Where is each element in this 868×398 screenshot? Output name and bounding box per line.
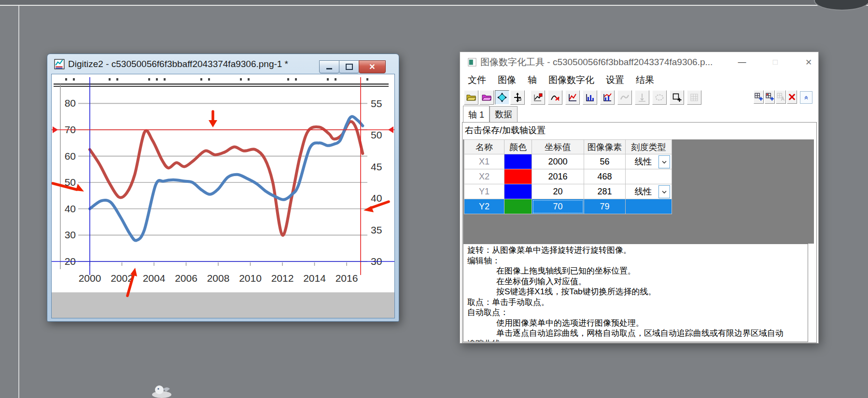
delete-curve-point-button[interactable] [548, 90, 562, 105]
add-grid-button[interactable] [754, 90, 764, 104]
svg-text:2012: 2012 [271, 273, 294, 284]
minimize-button[interactable] [319, 60, 339, 73]
menu-item-5[interactable]: 设置 [601, 73, 629, 87]
axis-coord-cell[interactable]: 20 [532, 184, 584, 199]
y2-line-right-handle[interactable] [388, 126, 393, 133]
table-header-1: 颜色 [504, 140, 532, 154]
table-header-0: 名称 [464, 140, 504, 154]
axis-name-cell[interactable]: Y2 [464, 199, 504, 214]
grid-plus2-icon [765, 92, 774, 102]
open-project-button[interactable] [479, 90, 494, 105]
digitizer-tool-window[interactable]: 图像数字化工具 - c53050056f6f3bbaff2043374fa930… [460, 52, 819, 343]
axis-color-swatch[interactable] [504, 154, 532, 169]
image-canvas[interactable]: 80706050403020 555045403530 200020022004… [51, 74, 395, 318]
lasso-gray-icon [655, 93, 664, 102]
maximize-icon [346, 64, 353, 70]
tab-bar: 轴 1数据 [463, 108, 518, 122]
pan-zoom-tool-button[interactable] [495, 90, 509, 105]
axis-pixel-cell[interactable]: 281 [584, 184, 626, 199]
blue-data-curve[interactable] [90, 117, 363, 241]
help-line-4: 在坐标值列输入对应值。 [466, 276, 808, 287]
y2-line-left-handle[interactable] [53, 126, 58, 133]
axis-color-swatch[interactable] [504, 169, 532, 184]
digitize2-image-window[interactable]: Digitize2 - c53050056f6f3bbaff2043374fa9… [47, 54, 399, 322]
menu-item-2[interactable]: 图像 [493, 73, 521, 87]
grid-points-button[interactable] [687, 90, 701, 105]
svg-text:40: 40 [371, 192, 382, 204]
move-axes-tool-button[interactable] [510, 90, 525, 105]
tab-axis-1[interactable]: 轴 1 [463, 106, 490, 123]
axis-pixel-cell[interactable]: 468 [584, 169, 626, 184]
axis-scale-cell[interactable] [626, 169, 672, 184]
table-row-Y2[interactable]: Y27079 [464, 199, 672, 214]
menu-item-3[interactable]: 轴 [523, 73, 542, 87]
axis-name-cell[interactable]: Y1 [464, 184, 504, 199]
grid-plus-icon [754, 92, 763, 102]
tool-window-titlebar[interactable]: 图像数字化工具 - c53050056f6f3bbaff2043374fa930… [460, 52, 818, 72]
svg-text:2004: 2004 [143, 273, 166, 284]
drop-line-button[interactable] [635, 90, 649, 105]
pan-diamond-icon [497, 93, 507, 102]
table-row-X2[interactable]: X22016468 [464, 169, 672, 184]
digitize-mixed-chart-button[interactable] [600, 90, 615, 105]
axis-coord-cell[interactable]: 70 [532, 199, 584, 214]
close-button[interactable]: ✕ [359, 60, 386, 73]
collapse-toolbar-button[interactable] [800, 91, 812, 104]
axis-name-cell[interactable]: X2 [464, 169, 504, 184]
table-header-2: 坐标值 [532, 140, 584, 154]
maximize-button[interactable] [339, 60, 359, 73]
chart-bars-blue-icon [585, 93, 595, 102]
trace-gray-icon [620, 93, 630, 102]
axis-coord-cell[interactable]: 2000 [532, 154, 584, 169]
folder-yellow-icon [466, 93, 476, 102]
axis-table[interactable]: 名称颜色坐标值图像像素刻度类型X1200056线性X22016468Y12028… [464, 139, 672, 214]
lasso-region-button[interactable] [652, 90, 667, 105]
tab-data[interactable]: 数据 [490, 106, 518, 122]
chevron-down-icon [661, 189, 667, 195]
pin-gray-icon [637, 93, 647, 102]
axis-scale-cell[interactable]: 线性 [626, 154, 672, 169]
chevron-down-icon [661, 159, 667, 165]
open-image-button[interactable] [464, 90, 478, 105]
axis-scale-cell[interactable]: 线性 [626, 184, 672, 199]
svg-text:40: 40 [65, 203, 76, 214]
minimize-button[interactable]: — [734, 56, 750, 69]
table-row-Y1[interactable]: Y120281线性 [464, 184, 672, 199]
menu-item-4[interactable]: 图像数字化 [544, 73, 599, 87]
add-grid-auto-button[interactable] [765, 90, 775, 104]
folder-magenta-icon [482, 93, 491, 102]
svg-text:2010: 2010 [239, 273, 262, 284]
axis-color-swatch[interactable] [504, 184, 532, 199]
menu-item-1[interactable]: 文件 [463, 73, 491, 87]
axis-coord-cell[interactable]: 2016 [532, 169, 584, 184]
box-plus-icon [672, 93, 682, 102]
scale-type-label: 线性 [635, 187, 652, 196]
digitize-line-chart-button[interactable] [565, 90, 580, 105]
menu-item-6[interactable]: 结果 [631, 73, 659, 87]
toolbar [460, 88, 818, 108]
grid-label-button[interactable] [776, 90, 786, 104]
svg-text:45: 45 [371, 161, 382, 172]
set-axis-point-button[interactable] [531, 90, 545, 105]
axis-name-cell[interactable]: X1 [464, 154, 504, 169]
delete-button[interactable] [787, 90, 797, 104]
axis-pixel-cell[interactable]: 56 [584, 154, 626, 169]
close-icon: ✕ [805, 57, 812, 68]
add-region-button[interactable] [670, 90, 684, 105]
axis-color-swatch[interactable] [504, 199, 532, 214]
table-row-X1[interactable]: X1200056线性 [464, 154, 672, 169]
chart-line-red-icon [568, 93, 577, 102]
axis-scale-cell[interactable] [626, 199, 672, 214]
image-window-titlebar[interactable]: Digitize2 - c53050056f6f3bbaff2043374fa9… [54, 54, 324, 74]
digitized-chart[interactable]: 80706050403020 555045403530 200020022004… [52, 74, 394, 318]
svg-text:80: 80 [65, 97, 76, 109]
close-button[interactable]: ✕ [801, 56, 816, 69]
trace-curve-button[interactable] [617, 90, 632, 105]
cropped-text-remnants [65, 78, 368, 81]
scale-type-dropdown[interactable] [658, 185, 670, 198]
scale-type-dropdown[interactable] [658, 155, 670, 168]
digitize-bar-chart-button[interactable] [583, 90, 597, 105]
maximize-button[interactable]: □ [768, 56, 783, 69]
svg-text:2008: 2008 [207, 273, 230, 284]
axis-pixel-cell[interactable]: 79 [584, 199, 626, 214]
